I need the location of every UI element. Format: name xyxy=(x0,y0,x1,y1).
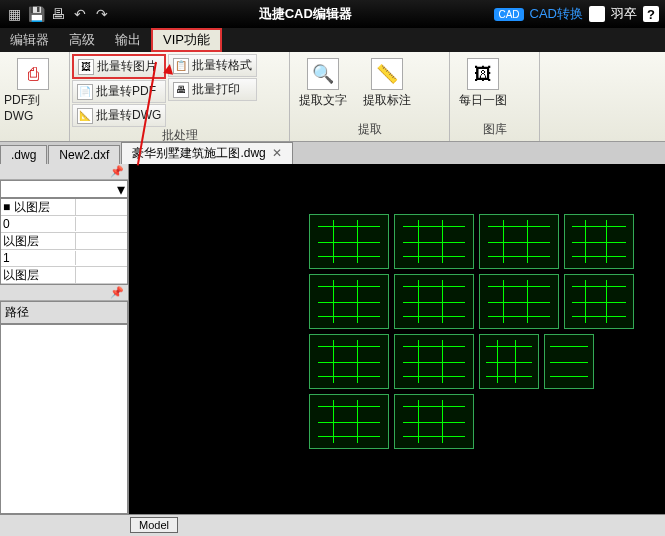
panel-pin[interactable]: 📌 xyxy=(0,164,128,180)
help-icon[interactable]: ? xyxy=(643,6,659,22)
app-icon: ▦ xyxy=(6,6,22,22)
pdf-to-dwg-icon: ⎙ xyxy=(17,58,49,90)
batch-print-button[interactable]: 🖶批量打印 xyxy=(168,78,257,101)
close-icon[interactable]: ✕ xyxy=(272,146,282,160)
batch-to-dwg-button[interactable]: 📐批量转DWG xyxy=(72,104,166,127)
table-row[interactable]: 以图层 xyxy=(1,267,127,284)
table-row[interactable]: 0 xyxy=(1,216,127,233)
group-gallery-label: 图库 xyxy=(452,121,537,139)
save-icon[interactable]: 💾 xyxy=(28,6,44,22)
status-bar xyxy=(0,514,665,536)
extract-text-icon: 🔍 xyxy=(307,58,339,90)
tab-2[interactable]: New2.dxf xyxy=(48,145,120,164)
redo-icon[interactable]: ↷ xyxy=(94,6,110,22)
drawing-canvas[interactable] xyxy=(129,164,665,514)
table-row[interactable]: ■ 以图层 xyxy=(1,199,127,216)
print-icon[interactable]: 🖶 xyxy=(50,6,66,22)
avatar-icon[interactable] xyxy=(589,6,605,22)
pdf-to-dwg-button[interactable]: ⎙ PDF到DWG xyxy=(2,54,64,127)
extract-text-button[interactable]: 🔍提取文字 xyxy=(292,54,354,113)
print-icon2: 🖶 xyxy=(173,82,189,98)
tab-3[interactable]: 豪华别墅建筑施工图.dwg✕ xyxy=(121,142,292,164)
pdf-icon: 📄 xyxy=(77,84,93,100)
properties-table: ■ 以图层 0 以图层 1 以图层 xyxy=(0,198,128,285)
panel-dropdown[interactable]: ▾ xyxy=(0,180,128,198)
image-icon: 🖼 xyxy=(78,59,94,75)
menu-output[interactable]: 输出 xyxy=(105,28,151,52)
format-icon: 📋 xyxy=(173,58,189,74)
window-title: 迅捷CAD编辑器 xyxy=(116,5,494,23)
group-extract-label: 提取 xyxy=(292,121,447,139)
username[interactable]: 羽卒 xyxy=(611,5,637,23)
cad-badge: CAD xyxy=(494,8,523,21)
menu-editor[interactable]: 编辑器 xyxy=(0,28,59,52)
table-row[interactable]: 以图层 xyxy=(1,233,127,250)
model-tab[interactable]: Model xyxy=(130,515,178,533)
batch-to-image-button[interactable]: 🖼批量转图片 xyxy=(72,54,166,79)
undo-icon[interactable]: ↶ xyxy=(72,6,88,22)
batch-to-format-button[interactable]: 📋批量转格式 xyxy=(168,54,257,77)
panel-pin2[interactable]: 📌 xyxy=(0,285,128,301)
path-label: 路径 xyxy=(0,301,128,324)
extract-annot-button[interactable]: 📏提取标注 xyxy=(356,54,418,113)
path-body xyxy=(0,324,128,514)
menu-advanced[interactable]: 高级 xyxy=(59,28,105,52)
gallery-icon: 🖼 xyxy=(467,58,499,90)
menu-vip[interactable]: VIP功能 xyxy=(151,28,222,52)
extract-annot-icon: 📏 xyxy=(371,58,403,90)
tab-1[interactable]: .dwg xyxy=(0,145,47,164)
side-panel: 📌 ▾ ■ 以图层 0 以图层 1 以图层 📌 路径 xyxy=(0,164,129,514)
cad-convert-link[interactable]: CAD转换 xyxy=(530,5,583,23)
dwg-icon: 📐 xyxy=(77,108,93,124)
table-row[interactable]: 1 xyxy=(1,250,127,267)
daily-image-button[interactable]: 🖼每日一图 xyxy=(452,54,514,113)
batch-to-pdf-button[interactable]: 📄批量转PDF xyxy=(72,80,166,103)
